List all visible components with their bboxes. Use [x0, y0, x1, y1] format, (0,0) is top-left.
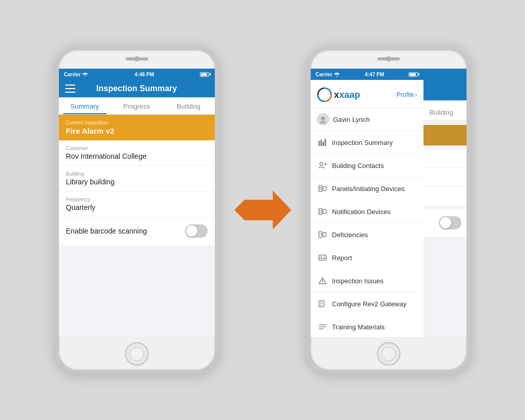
svg-point-33 — [322, 282, 323, 283]
time-display: 4:46 PM — [135, 72, 154, 77]
notification-icon — [318, 207, 327, 216]
drawer-item-configure[interactable]: Configure Rev2 Gateway — [311, 292, 423, 316]
user-name: Gavin Lynch — [333, 116, 370, 123]
svg-rect-10 — [322, 142, 324, 146]
carrier-text: Carrier — [64, 72, 89, 77]
building-label: Building — [66, 171, 208, 177]
right-toggle[interactable] — [439, 216, 461, 229]
svg-rect-23 — [319, 232, 322, 238]
drawer-item-label: Training Materials — [332, 323, 385, 331]
current-inspection-label: Current Inspection — [66, 120, 208, 125]
logo-text: xxaap — [334, 90, 360, 100]
svg-rect-9 — [320, 140, 322, 146]
configure-icon — [318, 299, 327, 308]
svg-rect-19 — [319, 208, 322, 215]
drawer-item-label: Notification Devices — [332, 208, 391, 216]
user-icon — [319, 115, 327, 123]
building-row: Building Library building — [59, 166, 215, 192]
side-drawer: Carrier 4:47 PM — [311, 69, 423, 337]
frequency-value: Quarterly — [66, 203, 208, 212]
arrow-body — [245, 200, 273, 220]
arrow-right — [234, 191, 291, 229]
phone-1-status-bar: Carrier 4:46 PM — [59, 69, 215, 80]
drawer-item-training[interactable]: Training Materials — [311, 316, 423, 337]
building-value: Library building — [66, 178, 208, 186]
tab-progress[interactable]: Progress — [111, 97, 163, 114]
svg-point-6 — [321, 116, 325, 120]
svg-rect-15 — [319, 185, 322, 192]
svg-rect-18 — [323, 186, 326, 191]
drawer-item-panels[interactable]: Panels/Initiating Devices — [311, 177, 423, 200]
svg-rect-8 — [318, 141, 320, 146]
drawer-item-label: Panels/Initiating Devices — [332, 185, 405, 193]
drawer-user-row: Gavin Lynch — [311, 108, 423, 131]
svg-point-0 — [85, 76, 86, 77]
home-button-2[interactable] — [377, 342, 400, 366]
drawer-item-inspection-summary[interactable]: Inspection Summary — [311, 131, 423, 154]
right-toggle-area — [423, 209, 467, 237]
drawer-item-label: Report — [332, 254, 352, 262]
training-icon — [318, 322, 327, 331]
contacts-icon — [318, 161, 327, 170]
current-inspection-card: Current Inspection Fire Alarm v2 Custome… — [59, 115, 215, 217]
nav-title: Inspection Summary — [75, 84, 198, 93]
drawer-item-notification-devices[interactable]: Notification Devices — [311, 200, 423, 223]
svg-rect-25 — [323, 233, 326, 237]
tab-bar: Summary Progress Building — [59, 97, 215, 115]
current-inspection-value: Fire Alarm v2 — [66, 127, 208, 135]
drawer-item-label: Inspection Summary — [332, 139, 393, 146]
frequency-row: Frequency Quarterly — [59, 192, 215, 217]
drawer-item-deficiencies[interactable]: Deficiencies — [311, 223, 423, 246]
customer-label: Customer — [66, 145, 208, 151]
tab-summary[interactable]: Summary — [59, 97, 111, 114]
drawer-header: xxaap Profile › — [311, 80, 423, 108]
drawer-item-label: Inspection Issues — [332, 277, 383, 285]
right-tab-label: Building — [423, 104, 459, 120]
xaap-logo-icon — [317, 87, 332, 102]
customer-value: Rov International College — [66, 152, 208, 160]
phone-1: Carrier 4:46 PM — [55, 46, 219, 374]
frequency-label: Frequency — [66, 197, 208, 202]
drawer-item-label: Deficiencies — [332, 231, 368, 239]
customer-row: Customer Rov International College — [59, 140, 215, 166]
arrow-head — [273, 191, 291, 229]
screen-content: Current Inspection Fire Alarm v2 Custome… — [59, 115, 215, 337]
drawer-item-building-contacts[interactable]: Building Contacts — [311, 154, 423, 177]
wifi-icon — [82, 72, 88, 77]
carrier-2: Carrier — [316, 72, 340, 77]
hamburger-icon[interactable] — [65, 85, 75, 93]
profile-link[interactable]: Profile › — [396, 91, 417, 98]
drawer-item-report[interactable]: Report — [311, 246, 423, 269]
phone-2-status-bar: Carrier 4:47 PM — [311, 69, 423, 80]
barcode-label: Enable barcode scanning — [66, 227, 147, 235]
right-content — [423, 121, 467, 337]
right-tabs: Building — [423, 100, 467, 121]
home-button-1[interactable] — [125, 342, 149, 366]
panels-icon — [318, 184, 327, 193]
tab-building[interactable]: Building — [163, 97, 214, 114]
drawer-item-label: Configure Rev2 Gateway — [332, 300, 407, 308]
right-nav — [423, 80, 467, 100]
user-avatar — [317, 113, 329, 125]
phone-2-screen: Carrier 4:47 PM — [311, 69, 467, 337]
barcode-toggle[interactable] — [185, 224, 208, 238]
battery-2 — [409, 72, 418, 77]
scene: Carrier 4:46 PM — [55, 46, 471, 374]
phone-2: Carrier 4:47 PM — [307, 46, 471, 374]
svg-point-1 — [336, 76, 337, 77]
phone-1-screen: Carrier 4:46 PM — [59, 69, 215, 337]
svg-point-7 — [320, 121, 326, 123]
phone-2-right-panel: Building — [423, 69, 467, 337]
arrow-tail — [234, 200, 245, 220]
phone-1-nav-bar: Inspection Summary — [59, 80, 215, 97]
bar-chart-icon — [318, 138, 327, 147]
drawer-item-label: Building Contacts — [332, 162, 384, 170]
warning-icon — [318, 276, 327, 285]
drawer-logo: xxaap — [317, 87, 360, 102]
svg-rect-11 — [325, 139, 326, 146]
arrow-container — [234, 191, 291, 229]
drawer-item-inspection-issues[interactable]: Inspection Issues — [311, 269, 423, 292]
battery-area — [200, 72, 209, 77]
battery-icon-2 — [409, 72, 418, 77]
svg-rect-22 — [323, 209, 326, 214]
